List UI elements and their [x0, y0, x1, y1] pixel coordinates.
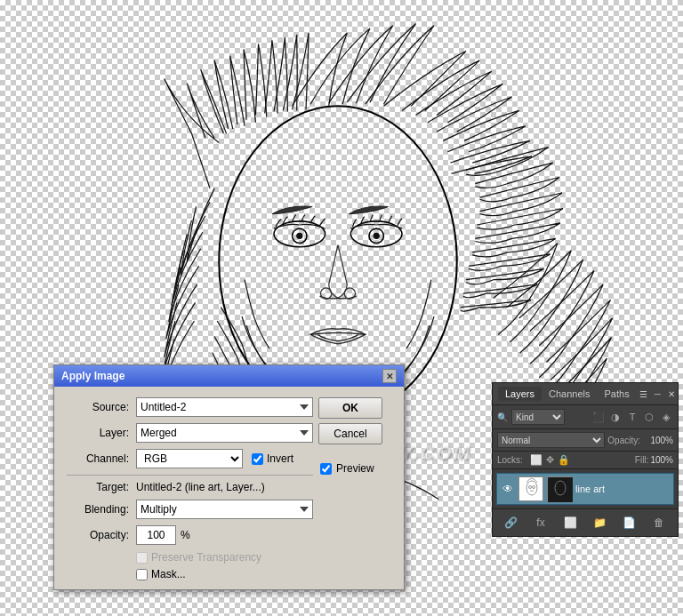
- apply-image-dialog: Apply Image ✕ Source: Untitled-2 Layer: …: [53, 364, 405, 590]
- mask-text: Mask...: [151, 568, 186, 580]
- layers-panel: Layers Channels Paths ☰ ─ ✕ 🔍 Kind ⬛ ◑ T…: [492, 382, 679, 537]
- layer-item[interactable]: 👁: [496, 473, 674, 505]
- link-layers-btn[interactable]: 🔗: [502, 513, 521, 532]
- source-label: Source:: [67, 401, 129, 413]
- layers-filter-row: 🔍 Kind ⬛ ◑ T ⬡ ◈: [493, 405, 678, 429]
- invert-label[interactable]: Invert: [252, 452, 293, 465]
- panel-tabs: Layers Channels Paths: [498, 387, 637, 401]
- divider-1: [67, 475, 313, 476]
- preserve-text: Preserve Transparency: [151, 551, 261, 564]
- blending-select[interactable]: Multiply: [136, 500, 313, 519]
- fill-label: Fill:: [635, 455, 649, 465]
- channel-label: Channel:: [67, 452, 129, 465]
- preview-text: Preview: [336, 462, 374, 475]
- filter-icons: ⬛ ◑ T ⬡ ◈: [591, 410, 673, 424]
- mask-checkbox[interactable]: [136, 569, 148, 580]
- preserve-label[interactable]: Preserve Transparency: [136, 551, 261, 564]
- filter-kind-select[interactable]: Kind: [511, 409, 565, 425]
- locks-label: Locks:: [497, 455, 523, 465]
- dialog-body: Source: Untitled-2 Layer: Merged Channel…: [54, 387, 404, 589]
- channel-row: Channel: RGB Invert: [67, 449, 313, 468]
- channel-select[interactable]: RGB: [136, 449, 243, 468]
- smart-filter-btn[interactable]: ◈: [659, 410, 673, 424]
- opacity-row: Opacity: %: [67, 525, 313, 545]
- panel-collapse-btn[interactable]: ─: [652, 388, 663, 400]
- new-layer-btn[interactable]: 📄: [620, 513, 639, 532]
- opacity-control: Opacity: 100%: [607, 436, 673, 445]
- fill-control: Fill: 100%: [635, 455, 673, 465]
- layer-select[interactable]: Merged: [136, 423, 313, 443]
- layer-visibility-toggle[interactable]: 👁: [501, 482, 515, 496]
- pixel-filter-btn[interactable]: ⬛: [591, 410, 606, 424]
- ok-button[interactable]: OK: [318, 397, 382, 419]
- preview-label[interactable]: Preview: [318, 462, 391, 475]
- lock-all-btn[interactable]: 🔒: [558, 454, 570, 466]
- target-label: Target:: [67, 481, 129, 493]
- svg-point-7: [320, 288, 331, 299]
- lock-pixel-btn[interactable]: ⬜: [530, 454, 542, 466]
- layer-name: line art: [575, 484, 670, 494]
- dialog-titlebar: Apply Image ✕: [54, 365, 404, 387]
- opacity-value: 100%: [642, 436, 673, 445]
- opacity-input[interactable]: [136, 525, 176, 545]
- layers-blend-row: Normal Opacity: 100%: [493, 429, 678, 452]
- dialog-title: Apply Image: [61, 370, 125, 382]
- opacity-label: Opacity:: [607, 436, 640, 445]
- panel-menu-btn[interactable]: ☰: [637, 388, 650, 400]
- target-value: Untitled-2 (line art, Layer...): [136, 481, 265, 493]
- layer-thumbnail: [518, 476, 543, 501]
- layers-lock-row: Locks: ⬜ ✥ 🔒 Fill: 100%: [493, 452, 678, 469]
- panel-controls: ☰ ─ ✕: [637, 388, 678, 400]
- svg-point-5: [297, 233, 302, 238]
- layer-row: Layer: Merged: [67, 423, 313, 443]
- layers-footer: 🔗 fx ⬜ 📁 📄 🗑: [493, 508, 678, 536]
- invert-text: Invert: [267, 452, 293, 465]
- preserve-checkbox[interactable]: [136, 552, 148, 564]
- invert-checkbox[interactable]: [252, 453, 263, 465]
- add-mask-btn[interactable]: ⬜: [560, 513, 580, 532]
- blending-row: Blending: Multiply: [67, 500, 313, 519]
- target-row: Target: Untitled-2 (line art, Layer...): [67, 481, 313, 493]
- fill-value: 100%: [650, 455, 673, 465]
- preserve-transparency-row: Preserve Transparency: [67, 551, 313, 564]
- add-group-btn[interactable]: 📁: [591, 513, 610, 532]
- tab-channels[interactable]: Channels: [542, 387, 597, 401]
- preview-checkbox[interactable]: [320, 463, 332, 475]
- opacity-label: Opacity:: [67, 529, 129, 541]
- fx-btn[interactable]: fx: [531, 513, 550, 532]
- shape-filter-btn[interactable]: ⬡: [642, 410, 656, 424]
- blending-label: Blending:: [67, 503, 129, 516]
- adjust-filter-btn[interactable]: ◑: [608, 410, 623, 424]
- delete-layer-btn[interactable]: 🗑: [649, 513, 669, 532]
- lock-pos-btn[interactable]: ✥: [546, 454, 554, 466]
- filter-icon: 🔍: [497, 412, 508, 422]
- blend-mode-select[interactable]: Normal: [497, 432, 605, 448]
- layers-list: 👁: [493, 469, 678, 508]
- dialog-close-button[interactable]: ✕: [382, 369, 397, 383]
- source-select[interactable]: Untitled-2: [136, 397, 313, 417]
- panel-close-btn[interactable]: ✕: [665, 388, 678, 400]
- opacity-unit: %: [181, 529, 190, 541]
- text-filter-btn[interactable]: T: [625, 410, 639, 424]
- tab-layers[interactable]: Layers: [498, 387, 542, 401]
- svg-point-8: [344, 288, 355, 299]
- layer-label: Layer:: [67, 427, 129, 439]
- svg-point-6: [374, 233, 379, 238]
- layer-mask-thumbnail: [547, 476, 572, 501]
- tab-paths[interactable]: Paths: [598, 387, 637, 401]
- mask-label[interactable]: Mask...: [136, 568, 186, 580]
- panel-header: Layers Channels Paths ☰ ─ ✕: [493, 383, 678, 405]
- cancel-button[interactable]: Cancel: [318, 423, 382, 444]
- mask-row: Mask...: [67, 568, 313, 580]
- source-row: Source: Untitled-2: [67, 397, 313, 417]
